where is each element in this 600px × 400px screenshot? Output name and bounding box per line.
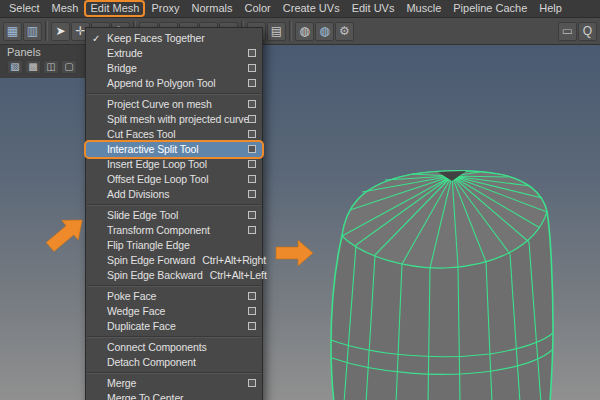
- menu-item-insert-edge-loop-tool[interactable]: ✓Insert Edge Loop Tool: [86, 157, 262, 172]
- menu-separator: [87, 336, 261, 338]
- menu-create-uvs[interactable]: Create UVs: [277, 0, 346, 17]
- panel-layout-icon[interactable]: ▥: [23, 22, 42, 41]
- menu-muscle[interactable]: Muscle: [400, 0, 447, 17]
- option-box-icon[interactable]: [248, 79, 256, 87]
- option-box-icon[interactable]: [248, 100, 256, 108]
- menu-item-label: Cut Faces Tool: [107, 128, 175, 140]
- menu-item-merge[interactable]: ✓Merge: [86, 376, 262, 391]
- menu-item-label: Spin Edge Backward: [107, 269, 203, 281]
- menu-item-split-mesh-with-projected-curve[interactable]: ✓Split mesh with projected curve: [86, 112, 262, 127]
- quick-selection-icon[interactable]: Q: [578, 22, 597, 41]
- menu-item-label: Offset Edge Loop Tool: [107, 173, 208, 185]
- panel-menubar: Panels ▧▩◫▢: [0, 45, 85, 78]
- option-box-icon[interactable]: [248, 307, 256, 315]
- menu-separator: [87, 285, 261, 287]
- menu-edit-uvs[interactable]: Edit UVs: [346, 0, 401, 17]
- option-box-icon[interactable]: [248, 226, 256, 234]
- panels-menu[interactable]: Panels: [7, 46, 85, 59]
- menu-item-label: Spin Edge Forward: [107, 254, 195, 266]
- option-box-icon[interactable]: [248, 115, 256, 123]
- menu-item-shortcut: Ctrl+Alt+Left: [210, 269, 267, 281]
- menu-proxy[interactable]: Proxy: [145, 0, 185, 17]
- option-box-icon[interactable]: [248, 211, 256, 219]
- ipr-render-icon[interactable]: ◍: [315, 22, 334, 41]
- render-current-frame-icon[interactable]: ◍: [295, 22, 314, 41]
- menu-separator: [87, 204, 261, 206]
- menu-item-label: Keep Faces Together: [107, 32, 205, 44]
- menu-item-duplicate-face[interactable]: ✓Duplicate Face: [86, 319, 262, 334]
- menu-item-connect-components[interactable]: ✓Connect Components: [86, 340, 262, 355]
- menu-item-bridge[interactable]: ✓Bridge: [86, 61, 262, 76]
- menu-separator: [87, 93, 261, 95]
- option-box-icon[interactable]: [248, 160, 256, 168]
- polygon-mesh-object[interactable]: [331, 171, 553, 400]
- menu-item-poke-face[interactable]: ✓Poke Face: [86, 289, 262, 304]
- menu-item-label: Insert Edge Loop Tool: [107, 158, 207, 170]
- panel-toolbar: ▧▩◫▢: [7, 60, 85, 74]
- option-box-icon[interactable]: [248, 379, 256, 387]
- menu-item-transform-component[interactable]: ✓Transform Component: [86, 223, 262, 238]
- menu-item-wedge-face[interactable]: ✓Wedge Face: [86, 304, 262, 319]
- scene-layout-icon[interactable]: ▦: [3, 22, 22, 41]
- menu-select[interactable]: Select: [3, 0, 46, 17]
- menu-item-label: Merge To Center: [107, 392, 184, 400]
- construction-history-icon[interactable]: ▤: [267, 22, 286, 41]
- menu-item-add-divisions[interactable]: ✓Add Divisions: [86, 187, 262, 202]
- render-settings-icon[interactable]: ⚙: [335, 22, 354, 41]
- menu-item-merge-to-center[interactable]: ✓Merge To Center: [86, 391, 262, 400]
- menu-item-label: Poke Face: [107, 290, 156, 302]
- sidebar-toggle-icon[interactable]: ▭: [558, 22, 577, 41]
- menu-item-label: Bridge: [107, 62, 137, 74]
- option-box-icon[interactable]: [248, 322, 256, 330]
- edit-mesh-dropdown-menu: ✓Keep Faces Together ✓Extrude ✓Bridge ✓A…: [85, 27, 263, 400]
- menu-item-offset-edge-loop-tool[interactable]: ✓Offset Edge Loop Tool: [86, 172, 262, 187]
- menu-item-label: Slide Edge Tool: [107, 209, 178, 221]
- shaded-mode-icon[interactable]: ▩: [25, 60, 41, 74]
- option-box-icon[interactable]: [248, 175, 256, 183]
- menu-separator: [87, 372, 261, 374]
- menu-item-label: Connect Components: [107, 341, 207, 353]
- menu-item-slide-edge-tool[interactable]: ✓Slide Edge Tool: [86, 208, 262, 223]
- toolbar-separator: [289, 21, 292, 41]
- menu-item-spin-edge-forward[interactable]: ✓Spin Edge ForwardCtrl+Alt+Right: [86, 253, 262, 268]
- menu-item-extrude[interactable]: ✓Extrude: [86, 46, 262, 61]
- menu-item-label: Split mesh with projected curve: [107, 113, 249, 125]
- menu-item-label: Detach Component: [107, 356, 196, 368]
- menu-color[interactable]: Color: [238, 0, 276, 17]
- menu-item-shortcut: Ctrl+Alt+Right: [202, 254, 266, 266]
- option-box-icon[interactable]: [248, 49, 256, 57]
- checkmark-icon: ✓: [92, 31, 100, 46]
- menu-item-append-to-polygon-tool[interactable]: ✓Append to Polygon Tool: [86, 76, 262, 91]
- option-box-icon[interactable]: [248, 145, 256, 153]
- menu-item-label: Merge: [107, 377, 136, 389]
- menu-item-label: Project Curve on mesh: [107, 98, 212, 110]
- option-box-icon[interactable]: [248, 190, 256, 198]
- menu-item-project-curve-on-mesh[interactable]: ✓Project Curve on mesh: [86, 97, 262, 112]
- menu-item-label: Duplicate Face: [107, 320, 176, 332]
- wireframe-mode-icon[interactable]: ▧: [7, 60, 23, 74]
- menu-item-label: Interactive Split Tool: [107, 143, 199, 155]
- menu-item-interactive-split-tool[interactable]: ✓Interactive Split Tool: [86, 142, 262, 157]
- menu-item-cut-faces-tool[interactable]: ✓Cut Faces Tool: [86, 127, 262, 142]
- menu-item-detach-component[interactable]: ✓Detach Component: [86, 355, 262, 370]
- menu-item-spin-edge-backward[interactable]: ✓Spin Edge BackwardCtrl+Alt+Left: [86, 268, 262, 283]
- menu-item-keep-faces-together[interactable]: ✓Keep Faces Together: [86, 31, 262, 46]
- main-menubar: SelectMeshEdit MeshProxyNormalsColorCrea…: [0, 0, 600, 18]
- menu-item-label: Flip Triangle Edge: [107, 239, 190, 251]
- option-box-icon[interactable]: [248, 130, 256, 138]
- menu-item-label: Transform Component: [107, 224, 210, 236]
- textured-mode-icon[interactable]: ◫: [43, 60, 59, 74]
- menu-help[interactable]: Help: [533, 0, 568, 17]
- menu-item-label: Add Divisions: [107, 188, 169, 200]
- menu-mesh[interactable]: Mesh: [46, 0, 85, 17]
- menu-item-label: Append to Polygon Tool: [107, 77, 216, 89]
- select-tool-icon[interactable]: ➤: [51, 22, 70, 41]
- option-box-icon[interactable]: [248, 64, 256, 72]
- option-box-icon[interactable]: [248, 292, 256, 300]
- menu-edit-mesh[interactable]: Edit Mesh: [84, 0, 145, 17]
- menu-pipeline-cache[interactable]: Pipeline Cache: [447, 0, 533, 17]
- toolbar-separator: [45, 21, 48, 41]
- menu-item-flip-triangle-edge[interactable]: ✓Flip Triangle Edge: [86, 238, 262, 253]
- menu-normals[interactable]: Normals: [186, 0, 239, 17]
- lighting-mode-icon[interactable]: ▢: [61, 60, 77, 74]
